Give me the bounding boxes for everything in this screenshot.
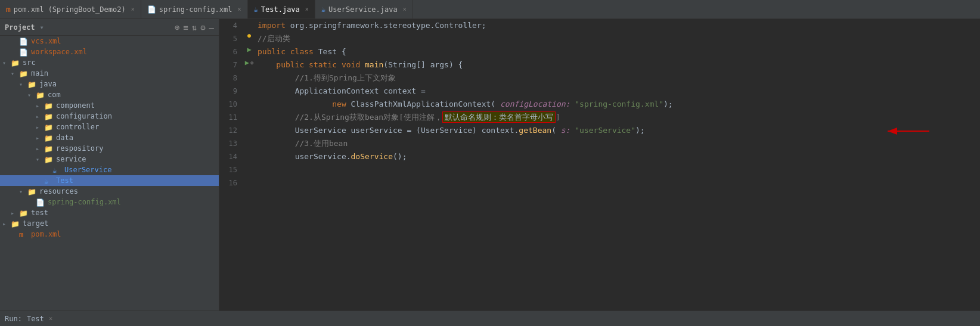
line-num-13: 13: [219, 137, 243, 150]
tree-item-respository[interactable]: 📁 respository: [0, 143, 219, 154]
pom-filename: pom.xml: [31, 230, 61, 238]
respository-folder-name: respository: [56, 144, 103, 153]
configuration-folder-name: configuration: [56, 112, 112, 120]
tree-item-test-folder[interactable]: 📁 test: [0, 207, 219, 218]
tree-item-test-selected[interactable]: ☕ Test: [0, 175, 219, 186]
test-file-icon: ☕: [44, 177, 54, 184]
tree-arrow-controller: [36, 124, 44, 131]
tab-spring-config-close[interactable]: ×: [238, 6, 241, 13]
tree-item-data[interactable]: 📁 data: [0, 132, 219, 143]
java-folder-icon: 📁: [27, 80, 37, 88]
code-editor[interactable]: 4 import org.springframework.stereotype.…: [219, 19, 980, 311]
tree-item-service[interactable]: 📁 service: [0, 154, 219, 164]
code-line-12: 12 UserService userService = (UserServic…: [219, 124, 980, 137]
line-content-9: ApplicationContext context =: [255, 85, 980, 98]
respository-folder-icon: 📁: [44, 145, 54, 152]
tree-item-pom[interactable]: m pom.xml: [0, 229, 219, 240]
tree-item-java[interactable]: 📁 java: [0, 79, 219, 89]
sidebar-header-icons: ⊕ ≡ ⇅ ⚙ –: [175, 23, 214, 32]
tree-item-main[interactable]: 📁 main: [0, 68, 219, 79]
code-line-13: 13 //3.使用bean: [219, 137, 980, 150]
line-num-9: 9: [219, 85, 243, 98]
gutter-6: ▶: [243, 45, 255, 54]
run-arrow-7[interactable]: ▶: [245, 58, 249, 67]
tab-userservice[interactable]: ☕ UserService.java ×: [315, 0, 413, 18]
target-folder-name: target: [23, 219, 48, 228]
line-num-14: 14: [219, 150, 243, 163]
tree-arrow-data: [36, 135, 44, 141]
data-folder-icon: 📁: [44, 134, 54, 141]
line-content-5: //启动类: [255, 32, 980, 45]
gutter-7: ▶ ◇: [243, 58, 255, 67]
highlight-comment-11: 默认命名规则：类名首字母小写: [442, 111, 556, 123]
target-folder-icon: 📁: [11, 220, 20, 227]
tab-test[interactable]: ☕ Test.java ×: [248, 0, 315, 18]
tree-arrow-src: [2, 60, 11, 66]
tree-item-controller[interactable]: 📁 controller: [0, 122, 219, 132]
run-name: Test: [27, 315, 44, 323]
pom-file-icon: m: [19, 231, 29, 238]
sidebar-icon-1[interactable]: ⊕: [175, 23, 179, 32]
component-folder-icon: 📁: [44, 102, 54, 109]
resources-folder-name: resources: [39, 187, 78, 195]
line-content-11: //2.从Spring获取bean对象[使用注解，默认命名规则：类名首字母小写]: [255, 111, 980, 124]
sidebar-dropdown-icon: ▾: [40, 23, 44, 32]
tree-item-spring-config[interactable]: 📄 spring-config.xml: [0, 197, 219, 207]
run-label: Run:: [5, 315, 22, 323]
tab-userservice-close[interactable]: ×: [403, 6, 407, 13]
gutter-5: ●: [243, 32, 255, 39]
run-arrow-6[interactable]: ▶: [247, 45, 251, 54]
tab-spring-config[interactable]: 📄 spring-config.xml ×: [141, 0, 248, 18]
line-content-10: new ClassPathXmlApplicationContext( conf…: [255, 98, 980, 111]
tab-pom-close[interactable]: ×: [131, 6, 135, 13]
vcs-filename: vcs.xml: [31, 37, 61, 45]
sidebar-icon-gear[interactable]: ⚙: [200, 23, 205, 32]
tree-item-com[interactable]: 📁 com: [0, 89, 219, 100]
tab-pom[interactable]: m pom.xml (SpringBoot_Demo2) ×: [0, 0, 141, 18]
bottom-close-btn[interactable]: ×: [49, 315, 53, 322]
com-folder-name: com: [48, 91, 61, 99]
tree-item-target[interactable]: 📁 target: [0, 218, 219, 229]
tab-userservice-label: UserService.java: [328, 5, 398, 14]
code-area: 4 import org.springframework.stereotype.…: [219, 19, 980, 311]
tree-item-workspace[interactable]: 📄 workspace.xml: [0, 46, 219, 57]
tree-item-configuration[interactable]: 📁 configuration: [0, 111, 219, 122]
controller-folder-name: controller: [56, 123, 99, 131]
sidebar-icon-3[interactable]: ⇅: [192, 23, 197, 32]
code-line-8: 8 //1.得到Spring上下文对象: [219, 72, 980, 85]
service-folder-icon: 📁: [44, 156, 54, 163]
component-folder-name: component: [56, 101, 95, 110]
main-folder-name: main: [31, 69, 48, 77]
spring-config-filename: spring-config.xml: [48, 198, 121, 206]
sidebar-header: Project ▾ ⊕ ≡ ⇅ ⚙ –: [0, 19, 219, 36]
sidebar: Project ▾ ⊕ ≡ ⇅ ⚙ – 📄 vcs.xml 📄 workspac…: [0, 19, 219, 311]
userservice-filename: UserService: [64, 166, 111, 174]
tree-arrow-respository: [36, 145, 44, 152]
test-folder-icon: 📁: [19, 209, 29, 216]
sidebar-icon-minus[interactable]: –: [209, 23, 214, 32]
main-folder-icon: 📁: [19, 70, 29, 77]
tree-arrow-com: [27, 92, 36, 98]
test-java-icon: ☕: [254, 5, 258, 14]
tree-item-src[interactable]: 📁 src: [0, 57, 219, 68]
tab-test-close[interactable]: ×: [305, 6, 309, 13]
line-num-8: 8: [219, 72, 243, 85]
line-num-16: 16: [219, 176, 243, 190]
tree-item-vcs[interactable]: 📄 vcs.xml: [0, 36, 219, 46]
test-folder-name: test: [31, 209, 48, 217]
com-folder-icon: 📁: [36, 91, 45, 98]
tree-item-userservice[interactable]: ☕ UserService: [0, 164, 219, 175]
tree-item-component[interactable]: 📁 component: [0, 100, 219, 111]
tab-spring-config-label: spring-config.xml: [159, 5, 232, 14]
code-line-14: 14 userService.doService();: [219, 150, 980, 163]
line-num-5: 5: [219, 32, 243, 45]
resources-folder-icon: 📁: [27, 188, 37, 195]
src-folder-name: src: [23, 58, 36, 67]
userservice-java-icon: ☕: [321, 5, 325, 14]
tree-item-resources[interactable]: 📁 resources: [0, 186, 219, 197]
tree-arrow-java: [19, 81, 27, 88]
sidebar-icon-2[interactable]: ≡: [183, 23, 188, 32]
pom-icon: m: [6, 5, 11, 14]
code-line-16: 16: [219, 176, 980, 190]
code-line-15: 15: [219, 163, 980, 176]
